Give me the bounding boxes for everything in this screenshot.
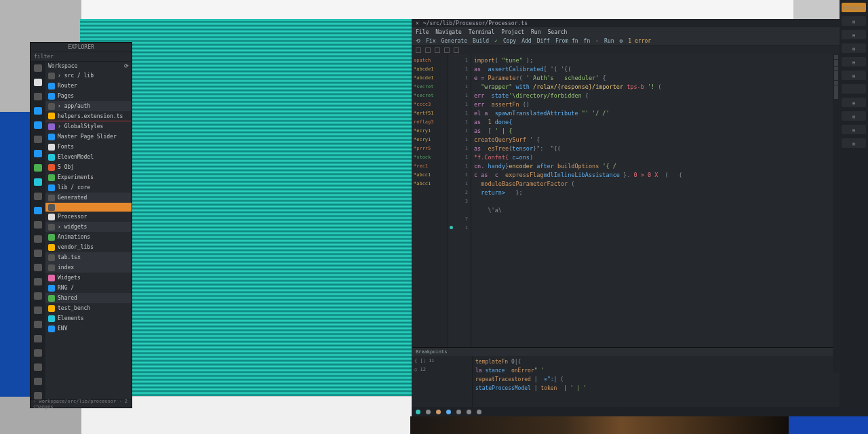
line-number[interactable]: 1 [448,64,471,73]
toolbar-button[interactable]: Build [473,38,489,44]
activity-icon[interactable] [34,221,42,229]
activity-icon[interactable] [34,136,42,143]
line-number[interactable]: 1 [448,117,471,126]
dock-item[interactable]: ▤ [842,43,866,53]
line-number[interactable] [448,205,471,214]
tree-item[interactable]: › widgets [45,222,132,232]
code-area[interactable]: import( "tune" );as assertCalibrated[ '(… [471,54,840,347]
status-indicator-icon[interactable] [426,410,431,414]
activity-icon[interactable] [34,307,42,314]
code-line[interactable]: return> }; [474,188,840,197]
activity-icon[interactable] [34,264,42,271]
dock-item[interactable]: ▤ [842,138,866,148]
activity-icon[interactable] [34,64,42,72]
activity-icon[interactable] [34,164,42,172]
dock-item[interactable]: ▤ [842,98,866,107]
dock-item[interactable] [842,84,866,94]
dock-item[interactable]: ▤ [842,30,866,39]
toolbar-button[interactable]: fn [584,38,591,44]
minimap[interactable] [833,54,840,373]
toolbar-button[interactable]: Run [604,38,614,44]
status-indicator-icon[interactable] [446,410,451,414]
toolbar-button[interactable]: From fn [555,38,578,44]
code-line[interactable]: as assertCalibrated[ '( '{( [474,64,840,73]
code-line[interactable]: cn. handy}encoder after buildOptions '{ … [474,161,840,170]
code-line[interactable]: moduleBaseParameterFactor ( [474,179,840,188]
code-line[interactable]: err assertFn () [474,100,840,108]
tree-item[interactable]: lib / core [45,182,132,193]
code-line[interactable]: import( "tune" ); [474,56,840,64]
line-number[interactable]: 1 [448,153,471,161]
menu-item[interactable]: Run [531,29,540,35]
breadcrumb-segment[interactable] [444,47,450,53]
code-line[interactable]: err state'\directory/forbidden { [474,91,840,100]
code-line[interactable] [474,214,840,223]
breadcrumb-segment[interactable] [435,47,440,53]
tab-close-icon[interactable]: × [416,20,419,26]
tree-item[interactable]: › src / lib [45,71,132,81]
activity-icon[interactable] [34,193,42,200]
toolbar-button[interactable]: 1 error [628,38,651,44]
activity-icon[interactable] [34,235,42,243]
line-number[interactable]: 7 [448,214,471,223]
tree-header[interactable]: Workspace ⟳ [45,62,132,71]
editor-tabbar[interactable]: × ~/src/lib/Processor/Processor.ts [412,19,840,27]
activity-icon[interactable] [34,79,42,86]
toolbar-button[interactable]: ◦ [595,38,599,44]
status-indicator-icon[interactable] [467,410,471,414]
line-number[interactable]: 1 [448,126,471,135]
toolbar-button[interactable]: Diff [537,38,550,44]
terminal-output[interactable]: templateFn 0|{la stance onError" 'repeat… [473,356,840,407]
refresh-icon[interactable]: ⟳ [124,63,129,69]
toolbar-button[interactable]: ⚙ [620,38,623,44]
tree-item[interactable]: helpers.extension.ts [45,111,132,121]
toolbar-button[interactable]: Add [521,38,531,44]
activity-icon[interactable] [34,121,42,129]
tree-item[interactable]: Elements [45,313,132,323]
code-line[interactable]: e = Parameter( ' Auth's scheduler' { [474,73,840,82]
terminal-tab[interactable]: Breakpoints [416,349,447,355]
code-line[interactable]: \'a\ [474,205,840,214]
tree-item[interactable] [45,203,132,212]
line-number[interactable]: 1 [448,161,471,170]
tree-item[interactable]: Router [45,81,132,91]
breadcrumb-segment[interactable] [425,47,431,53]
menu-item[interactable]: File [416,29,429,35]
toolbar-button[interactable]: Copy [503,38,516,44]
activity-icon[interactable] [34,335,42,342]
status-indicator-icon[interactable] [436,410,441,414]
line-number[interactable]: 1 [448,223,471,232]
toolbar-button[interactable]: ✓ [494,38,498,44]
code-line[interactable]: "wrapper" with /relax/{response}/importe… [474,82,840,91]
activity-icon[interactable] [34,107,42,115]
activity-icon[interactable] [34,321,42,328]
tree-item[interactable]: Processor [45,212,132,222]
activity-icon[interactable] [34,363,42,371]
toolbar-button[interactable]: ⟲ [416,38,420,44]
tree-item[interactable]: test_bench [45,303,132,313]
tree-item[interactable]: ElevenModel [45,152,132,162]
activity-icon[interactable] [34,378,42,385]
tree-item[interactable]: RNG / [45,283,132,293]
code-line[interactable] [474,197,840,205]
line-number[interactable]: 1 [448,108,471,117]
tree-item[interactable]: › GlobalStyles [45,121,132,132]
dock-item[interactable]: ▤ [842,111,866,121]
toolbar-button[interactable]: Generate [441,38,467,44]
code-line[interactable]: createQuerySurf ' { [474,135,840,144]
line-number[interactable]: 1 [448,135,471,144]
status-indicator-icon[interactable] [456,410,461,414]
line-number[interactable]: 1 [448,82,471,91]
tree-item[interactable]: S Obj [45,162,132,172]
explorer-filter-input[interactable]: filter [31,52,132,62]
dock-item[interactable]: ▤ [842,57,866,66]
tree-item[interactable]: Fonts [45,142,132,152]
activity-icon[interactable] [34,150,42,157]
code-line[interactable]: c as c expressFlagmdlInlineLibAssistance… [474,170,840,179]
code-line[interactable]: *f.Confnt{ c=ons) [474,153,840,161]
tree-item[interactable]: Generated [45,193,132,203]
terminal-tabs[interactable]: Breakpoints [412,348,840,356]
activity-icon[interactable] [34,250,42,257]
line-number[interactable]: 1 [448,170,471,179]
menu-item[interactable]: Navigate [435,29,462,35]
